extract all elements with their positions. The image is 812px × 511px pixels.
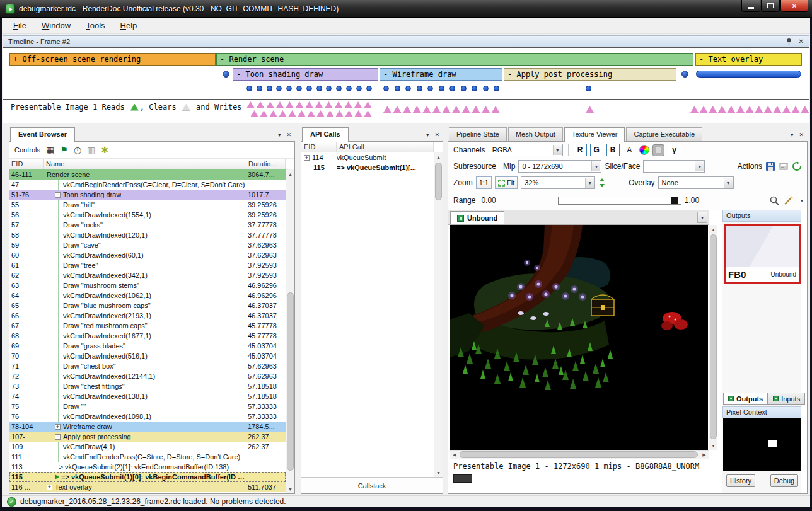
zoom-1-1-button[interactable]: 1:1 — [476, 176, 492, 189]
scroll-up-icon[interactable]: ▲ — [709, 225, 717, 234]
write-marker-icon[interactable] — [296, 101, 304, 108]
scroll-thumb[interactable] — [460, 451, 698, 458]
event-dot[interactable] — [257, 86, 262, 91]
scroll-down-icon[interactable]: ▼ — [434, 468, 443, 477]
zoom-fit-button[interactable]: Fit — [495, 176, 518, 189]
event-dot[interactable] — [383, 86, 389, 91]
frame-marker-dot[interactable] — [682, 71, 688, 78]
write-marker-icon[interactable] — [307, 110, 315, 117]
pixel-context-view[interactable] — [723, 418, 801, 471]
scroll-up-icon[interactable]: ▲ — [434, 152, 443, 161]
scroll-thumb[interactable] — [287, 292, 294, 471]
event-dot[interactable] — [586, 86, 591, 91]
texture-horizontal-scrollbar[interactable]: ◀ ▶ — [450, 450, 709, 459]
write-marker-icon[interactable] — [344, 101, 352, 108]
write-marker-icon[interactable] — [298, 110, 306, 117]
tab-capture-executable[interactable]: Capture Executable — [626, 127, 702, 141]
export-icon[interactable] — [779, 161, 789, 171]
event-row[interactable]: 51-76−Toon shading draw1017.7... — [9, 190, 286, 200]
event-row[interactable]: 68vkCmdDrawIndexed(1677,1)45.77778 — [9, 331, 286, 341]
scroll-thumb[interactable] — [710, 234, 717, 439]
event-row[interactable]: 116-...+Text overlay511.7037 — [9, 482, 286, 492]
event-row[interactable]: 111vkCmdEndRenderPass(C=Store, D=Store, … — [9, 452, 286, 462]
write-marker-icon[interactable] — [260, 110, 268, 117]
write-marker-icon[interactable] — [773, 106, 781, 113]
api-row[interactable]: 115=> vkQueueSubmit(1)[... — [301, 163, 434, 173]
event-dot[interactable] — [267, 86, 272, 91]
event-dot[interactable] — [461, 86, 467, 91]
write-marker-icon[interactable] — [257, 101, 265, 108]
write-marker-icon[interactable] — [755, 106, 763, 113]
event-row[interactable]: 75Draw ""57.33333 — [9, 401, 286, 411]
minimize-button[interactable] — [741, 0, 760, 12]
callstack-section[interactable]: Callstack — [301, 477, 443, 493]
column-api-call[interactable]: API Call — [337, 142, 434, 152]
write-marker-icon[interactable] — [325, 101, 333, 108]
write-marker-icon[interactable] — [305, 101, 313, 108]
blue-channel-button[interactable]: B — [606, 144, 620, 156]
event-dot[interactable] — [439, 86, 444, 91]
timeline-bar[interactable]: - Text overlay — [695, 53, 802, 66]
bookmark-flag-icon[interactable]: ⚑ — [60, 146, 68, 154]
tab-pipeline-state[interactable]: Pipeline State — [449, 127, 507, 141]
fb0-thumbnail[interactable]: FB0 Unbound — [724, 224, 801, 284]
event-row[interactable]: 59Draw "cave"37.62963 — [9, 240, 286, 250]
texture-vertical-scrollbar[interactable]: ▲ ▼ — [709, 225, 717, 450]
write-marker-icon[interactable] — [403, 106, 411, 113]
write-marker-icon[interactable] — [266, 101, 274, 108]
event-dot[interactable] — [405, 86, 411, 91]
event-row[interactable]: 74vkCmdDrawIndexed(138,1)57.18518 — [9, 391, 286, 401]
debug-button[interactable]: Debug — [770, 474, 798, 487]
write-marker-icon[interactable] — [315, 101, 323, 108]
write-marker-icon[interactable] — [452, 106, 460, 113]
write-marker-icon[interactable] — [413, 106, 421, 113]
write-marker-icon[interactable] — [727, 106, 735, 113]
tab-texture-viewer[interactable]: Texture Viewer — [564, 127, 625, 142]
write-marker-icon[interactable] — [432, 106, 441, 113]
event-row[interactable]: 57Draw "rocks"37.77778 — [9, 220, 286, 230]
write-marker-icon[interactable] — [586, 106, 594, 113]
write-marker-icon[interactable] — [250, 110, 258, 117]
save-icon[interactable] — [765, 161, 775, 171]
api-row[interactable]: +114vkQueueSubmit — [301, 152, 434, 163]
timeline-bar[interactable]: - Apply post processing — [504, 68, 676, 81]
texture-list-dropdown[interactable]: ▾ — [697, 212, 707, 223]
time-duration-icon[interactable]: ◷ — [74, 146, 81, 154]
write-marker-icon[interactable] — [345, 110, 353, 117]
scroll-thumb[interactable] — [435, 163, 442, 200]
maximize-button[interactable] — [761, 0, 780, 12]
event-dot[interactable] — [246, 86, 252, 91]
event-dot[interactable] — [395, 86, 400, 91]
event-dot[interactable] — [494, 86, 499, 91]
menu-item-help[interactable]: Help — [113, 18, 145, 33]
tab-unbound-texture[interactable]: Unbound — [450, 211, 504, 224]
wand-icon[interactable] — [783, 195, 794, 206]
toolbar-overflow-icon[interactable]: ▾ — [797, 198, 807, 204]
event-dot[interactable] — [296, 86, 302, 91]
event-dot[interactable] — [450, 86, 455, 91]
event-row[interactable]: 69Draw "grass blades"45.03704 — [9, 341, 286, 351]
write-marker-icon[interactable] — [354, 101, 362, 108]
event-row[interactable]: 58vkCmdDrawIndexed(120,1)37.77778 — [9, 230, 286, 240]
event-row[interactable]: 64vkCmdDrawIndexed(1062,1)46.96296 — [9, 290, 286, 301]
timeline-bar[interactable]: - Wireframe draw — [380, 68, 502, 81]
menu-item-window[interactable]: Window — [34, 18, 78, 33]
event-row[interactable]: 67Draw "red mushroom caps"45.77778 — [9, 321, 286, 331]
event-row[interactable]: 63Draw "mushroom stems"46.96296 — [9, 280, 286, 290]
stats-icon[interactable]: ▥ — [87, 146, 95, 154]
event-browser-scrollbar[interactable]: ▲ ▼ — [286, 169, 294, 493]
timeline-bar[interactable]: - Render scene — [216, 53, 693, 66]
gamma-button[interactable]: γ — [668, 144, 682, 156]
magnifier-icon[interactable] — [769, 195, 780, 206]
frame-marker-dot[interactable] — [223, 71, 229, 78]
write-marker-icon[interactable] — [354, 110, 362, 117]
history-button[interactable]: History — [726, 474, 755, 487]
collapse-icon[interactable]: − — [55, 434, 61, 440]
overlay-select[interactable]: None▾ — [658, 176, 734, 189]
title-bar[interactable]: debugmarker.rdc - RenderDoc Unofficial r… — [0, 0, 812, 18]
timeline-close-icon[interactable]: ✕ — [799, 38, 804, 45]
timeline-bar[interactable]: + Off-screen scene rendering — [9, 53, 216, 66]
event-dot[interactable] — [483, 86, 489, 91]
event-dot[interactable] — [276, 86, 282, 91]
event-dot[interactable] — [326, 86, 332, 91]
